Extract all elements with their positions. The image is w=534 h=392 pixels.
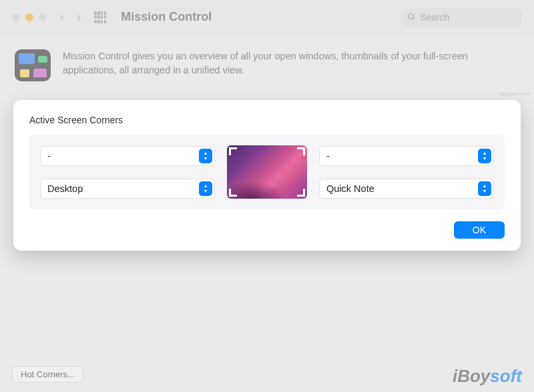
corners-panel: - ▲▼ - ▲▼ Desktop ▲▼ Quick Note ▲▼ (29, 135, 505, 209)
sheet-actions: OK (29, 221, 505, 239)
back-icon[interactable]: ‹ (60, 9, 65, 25)
watermark-prefix: iBoy (453, 366, 490, 386)
corner-marker-icon (229, 147, 237, 155)
ok-button[interactable]: OK (454, 221, 505, 239)
watermark-suffix: soft (490, 366, 522, 386)
corner-top-right-value: - (326, 151, 330, 161)
screen-preview (227, 145, 307, 199)
zoom-window-icon[interactable] (39, 13, 47, 21)
intro-text: Mission Control gives you an overview of… (63, 49, 519, 77)
chevron-updown-icon: ▲▼ (199, 181, 212, 196)
chevron-updown-icon: ▲▼ (478, 181, 491, 196)
mission-control-icon (15, 49, 51, 81)
page-title: Mission Control (121, 10, 212, 24)
prefs-window: ‹ › Mission Control Search Mission Contr… (0, 0, 534, 392)
corner-marker-icon (229, 189, 237, 197)
corner-top-right-select[interactable]: - ▲▼ (319, 146, 494, 166)
svg-point-0 (409, 14, 414, 19)
search-input[interactable]: Search (402, 8, 522, 27)
chevron-updown-icon: ▲▼ (199, 149, 212, 163)
corner-bottom-left-value: Desktop (47, 183, 83, 194)
titlebar: ‹ › Mission Control Search (0, 0, 534, 35)
minimize-window-icon[interactable] (25, 13, 33, 21)
watermark-small: wsxon.com (500, 91, 530, 97)
nav-arrows: ‹ › (60, 9, 81, 25)
bottom-bar: Hot Corners... (12, 366, 83, 383)
corner-bottom-right-select[interactable]: Quick Note ▲▼ (319, 179, 494, 199)
window-controls (12, 13, 47, 21)
watermark: iBoysoft (453, 366, 522, 387)
corner-top-left-select[interactable]: - ▲▼ (40, 146, 215, 166)
search-icon (407, 13, 416, 21)
sheet-title: Active Screen Corners (29, 115, 505, 125)
show-all-icon[interactable] (94, 11, 106, 23)
chevron-updown-icon: ▲▼ (478, 149, 491, 163)
corner-top-left-value: - (47, 151, 51, 161)
corner-marker-icon (297, 147, 305, 155)
svg-line-1 (413, 18, 415, 20)
search-placeholder: Search (420, 12, 449, 23)
hot-corners-sheet: Active Screen Corners - ▲▼ - ▲▼ Desktop … (13, 100, 521, 251)
forward-icon[interactable]: › (77, 9, 81, 25)
intro-row: Mission Control gives you an overview of… (15, 49, 519, 81)
close-window-icon[interactable] (12, 13, 20, 21)
corner-marker-icon (297, 189, 305, 197)
hot-corners-button[interactable]: Hot Corners... (12, 366, 83, 383)
corner-bottom-left-select[interactable]: Desktop ▲▼ (40, 179, 215, 199)
corner-bottom-right-value: Quick Note (326, 183, 374, 194)
